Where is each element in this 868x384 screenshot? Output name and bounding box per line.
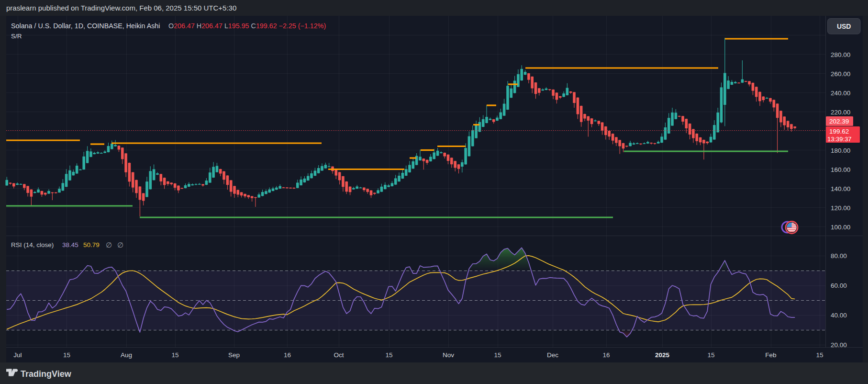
svg-text:50.79: 50.79 — [83, 241, 100, 248]
svg-text:2025: 2025 — [655, 351, 670, 359]
svg-text:∅: ∅ — [117, 241, 123, 249]
svg-text:16: 16 — [602, 351, 610, 359]
svg-text:O206.47 H206.47 L195.95 C199.6: O206.47 H206.47 L195.95 C199.62 −2.25 (−… — [168, 22, 326, 30]
svg-text:Sep: Sep — [228, 351, 240, 359]
svg-text:Solana / U.S. Dollar, 1D, COIN: Solana / U.S. Dollar, 1D, COINBASE, Heik… — [11, 22, 160, 30]
svg-text:Oct: Oct — [334, 351, 344, 359]
svg-text:TradingView: TradingView — [21, 369, 72, 379]
svg-text:15: 15 — [385, 351, 392, 359]
svg-text:15: 15 — [63, 351, 70, 359]
svg-text:240.00: 240.00 — [831, 90, 850, 97]
svg-text:160.00: 160.00 — [831, 166, 850, 173]
svg-text:15: 15 — [171, 351, 178, 359]
svg-text:40.00: 40.00 — [831, 312, 847, 319]
svg-text:38.45: 38.45 — [62, 241, 78, 248]
svg-text:100.00: 100.00 — [831, 224, 850, 231]
svg-text:199.62: 199.62 — [829, 128, 849, 135]
svg-text:Nov: Nov — [443, 351, 454, 359]
svg-text:120.00: 120.00 — [831, 204, 850, 212]
svg-text:60.00: 60.00 — [831, 282, 847, 289]
svg-text:15: 15 — [494, 351, 501, 359]
svg-text:80.00: 80.00 — [831, 252, 847, 260]
svg-text:RSI (14, close): RSI (14, close) — [11, 241, 54, 248]
svg-text:220.00: 220.00 — [831, 109, 850, 116]
svg-text:15: 15 — [707, 351, 714, 359]
svg-text:140.00: 140.00 — [831, 185, 850, 192]
svg-text:S/R: S/R — [11, 33, 22, 40]
svg-text:∅: ∅ — [106, 241, 112, 249]
svg-text:20.00: 20.00 — [831, 341, 847, 349]
svg-text:180.00: 180.00 — [831, 147, 850, 154]
svg-text:13:39:37: 13:39:37 — [827, 136, 852, 143]
svg-text:Dec: Dec — [547, 351, 558, 359]
svg-text:16: 16 — [284, 351, 291, 359]
svg-text:15: 15 — [816, 351, 823, 359]
svg-text:Feb: Feb — [765, 351, 776, 359]
svg-text:260.00: 260.00 — [831, 70, 850, 78]
svg-text:Jul: Jul — [13, 351, 22, 359]
svg-text:praslearn published on Trading: praslearn published on TradingView.com, … — [6, 4, 236, 12]
svg-text:280.00: 280.00 — [831, 51, 850, 58]
svg-text:USD: USD — [837, 23, 851, 30]
svg-text:202.39: 202.39 — [829, 118, 849, 125]
svg-text:Aug: Aug — [121, 351, 132, 359]
